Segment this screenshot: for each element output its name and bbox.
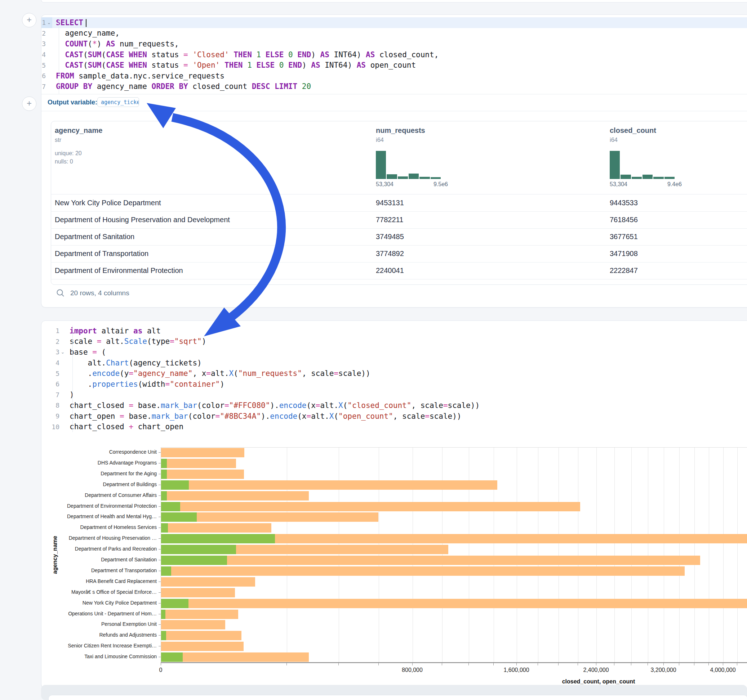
column-histogram	[376, 151, 441, 179]
code-text: import altair as alt	[66, 327, 161, 335]
bar-closed-count	[161, 491, 309, 501]
x-tick	[679, 663, 679, 665]
table-cell: 7782211	[376, 211, 403, 228]
search-icon[interactable]	[56, 288, 65, 298]
bar-open-count	[161, 502, 180, 511]
table-cell: 3749485	[376, 228, 404, 245]
bar-closed-count	[161, 577, 255, 587]
bar-open-count	[161, 491, 167, 501]
gridline	[578, 448, 578, 663]
code-text: base = (	[66, 348, 106, 356]
x-tick	[442, 663, 442, 665]
y-axis-label: Personal Exemption Unit	[42, 621, 157, 627]
gridline	[558, 448, 559, 663]
code-line[interactable]: 8chart_closed = base.mark_bar(color="#FF…	[41, 400, 747, 411]
table-row[interactable]: Department of Sanitation37494853677651	[51, 228, 747, 246]
gridline	[709, 448, 709, 663]
y-axis-label: Department of Health and Mental Hyg…	[42, 513, 157, 519]
code-line[interactable]: 5 CAST(SUM(CASE WHEN status = 'Open' THE…	[41, 60, 747, 71]
code-line[interactable]: 6FROM sample_data.nyc.service_requests	[41, 71, 747, 81]
code-line[interactable]: 3⌄base = (	[41, 347, 747, 358]
gridline	[664, 448, 664, 663]
output-variable-badge[interactable]: agency_tickets	[97, 97, 139, 107]
code-text: chart_closed + chart_open	[66, 422, 183, 431]
bar-open-count	[161, 556, 227, 565]
table-row[interactable]: Department of Housing Preservation and D…	[51, 211, 747, 229]
python-code-editor[interactable]: 1import altair as alt2scale = alt.Scale(…	[41, 326, 747, 432]
table-cell: Department of Transportation	[55, 245, 148, 262]
column-header[interactable]: agency_name	[55, 127, 102, 135]
y-tick	[159, 506, 161, 507]
bar-open-count	[161, 534, 275, 543]
histogram-range-labels: 53,3049.4e6	[610, 181, 682, 188]
code-line[interactable]: 7GROUP BY agency_name ORDER BY closed_co…	[41, 81, 747, 92]
line-number: 8	[41, 400, 66, 411]
bar-closed-count	[161, 642, 243, 651]
y-axis-label: DHS Advantage Programs	[42, 460, 157, 466]
line-number: 2	[41, 28, 52, 39]
code-line[interactable]: 4 alt.Chart(agency_tickets)	[41, 358, 747, 368]
bar-closed-count	[161, 620, 225, 629]
histogram-bar	[376, 151, 386, 179]
y-axis-label: Operations Unit - Department of Hom…	[42, 611, 157, 617]
gridline	[694, 448, 695, 663]
code-text: COUNT(*) AS num_requests,	[52, 39, 179, 48]
table-cell: 9443533	[610, 195, 638, 211]
code-line[interactable]: 1⌄SELECT	[41, 17, 747, 28]
histogram-bar	[632, 177, 642, 179]
histogram-bar	[653, 177, 664, 179]
gridline	[631, 448, 632, 663]
bar-open-count	[161, 459, 167, 468]
table-row[interactable]: New York City Police Department945313194…	[51, 195, 747, 212]
table-row[interactable]: Department of Transportation377489234719…	[51, 245, 747, 262]
table-row[interactable]: Department of Environmental Protection22…	[51, 262, 747, 279]
add-cell-button[interactable]: +	[22, 13, 36, 27]
code-line[interactable]: 1import altair as alt	[41, 326, 747, 336]
x-tick	[737, 663, 737, 665]
gridline	[614, 448, 615, 663]
gutter-divider	[73, 326, 73, 432]
code-line[interactable]: 3 COUNT(*) AS num_requests,	[41, 39, 747, 49]
y-axis-label: Department of Housing Preservation …	[42, 535, 157, 541]
x-tick	[412, 663, 413, 665]
table-cell: Department of Sanitation	[55, 228, 135, 245]
code-line[interactable]: 2scale = alt.Scale(type="sqrt")	[41, 336, 747, 347]
code-line[interactable]: 7)	[41, 389, 747, 400]
column-header[interactable]: num_requests	[376, 127, 425, 135]
table-cell: Department of Environmental Protection	[55, 262, 183, 279]
histogram-bar	[620, 175, 631, 179]
y-tick	[159, 646, 161, 646]
x-axis-label: 3,200,000	[650, 667, 676, 673]
line-number: 3	[41, 39, 52, 49]
code-text: .properties(width="container")	[66, 380, 224, 389]
code-line[interactable]: 10chart_closed + chart_open	[41, 421, 747, 432]
code-line[interactable]: 4 CAST(SUM(CASE WHEN status = 'Closed' T…	[41, 49, 747, 60]
gridline	[413, 448, 413, 663]
x-tick	[378, 663, 379, 665]
code-line[interactable]: 9chart_open = base.mark_bar(color="#8BC3…	[41, 411, 747, 422]
column-meta: nulls: 0	[55, 158, 73, 165]
fold-chevron-icon[interactable]: ⌄	[46, 20, 52, 25]
gridline	[339, 448, 339, 663]
add-cell-button[interactable]: +	[22, 97, 36, 111]
altair-chart: Correspondence UnitDHS Advantage Program…	[41, 436, 747, 688]
table-cell: Department of Housing Preservation and D…	[55, 211, 230, 228]
y-tick	[159, 485, 161, 485]
column-header[interactable]: closed_count	[610, 127, 656, 135]
x-tick	[286, 663, 287, 665]
sql-code-editor[interactable]: 1⌄SELECT2 agency_name,3 COUNT(*) AS num_…	[41, 17, 747, 92]
result-table: agency_namestrunique: 20nulls: 0num_requ…	[51, 121, 747, 285]
code-line[interactable]: 5 .encode(y="agency_name", x=alt.X("num_…	[41, 368, 747, 379]
code-text: .encode(y="agency_name", x=alt.X("num_re…	[66, 369, 370, 378]
gridline	[737, 448, 738, 663]
fold-chevron-icon[interactable]: ⌄	[59, 349, 66, 355]
histogram-bar	[664, 177, 674, 179]
x-tick	[538, 663, 538, 665]
code-line[interactable]: 6 .properties(width="container")	[41, 379, 747, 389]
bar-open-count	[161, 566, 171, 576]
code-text: CAST(SUM(CASE WHEN status = 'Open' THEN …	[52, 61, 416, 69]
y-axis-label: Senior Citizen Rent Increase Exempti…	[42, 643, 157, 649]
row-column-count: 20 rows, 4 columns	[70, 289, 129, 297]
x-axis-line	[161, 662, 747, 663]
code-line[interactable]: 2 agency_name,	[41, 28, 747, 39]
